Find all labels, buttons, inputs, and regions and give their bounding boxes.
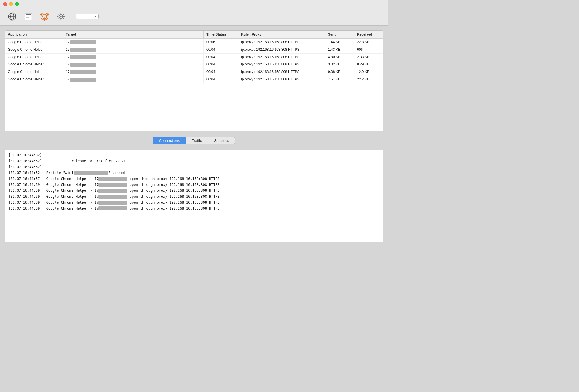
proxies-icon xyxy=(7,11,17,22)
profile-dropdown[interactable]: ▼ xyxy=(76,14,99,19)
cell-rule-proxy: ip.proxy : 192.168.16.158:808 HTTPS xyxy=(238,76,325,83)
cell-received: 606 xyxy=(354,46,383,53)
svg-rect-26 xyxy=(58,18,59,19)
log-timestamp: [01.07 16:44:37] xyxy=(8,176,42,182)
table-row[interactable]: Google Chrome Helper1700:06ip.proxy : 19… xyxy=(5,39,383,46)
cell-application: Google Chrome Helper xyxy=(5,68,63,76)
log-message: Google Chrome Helper - 17 open through p… xyxy=(46,206,220,211)
log-line: [01.07 16:44:39] Google Chrome Helper - … xyxy=(8,188,380,193)
connections-table-panel: Application Target Time/Status Rule : Pr… xyxy=(5,30,383,131)
table-row[interactable]: Google Chrome Helper1700:04ip.proxy : 19… xyxy=(5,46,383,54)
svg-rect-27 xyxy=(63,18,64,19)
cell-application: Google Chrome Helper xyxy=(5,76,63,83)
cell-sent: 1.43 KB xyxy=(325,46,354,53)
cell-received: 22.2 KB xyxy=(354,76,383,83)
table-row[interactable]: Google Chrome Helper1700:04ip.proxy : 19… xyxy=(5,76,383,83)
log-panel: [01.07 16:44:32] [01.07 16:44:32] Welcom… xyxy=(5,150,383,242)
log-line: [01.07 16:44:39] Google Chrome Helper - … xyxy=(8,206,380,211)
maximize-button[interactable] xyxy=(15,2,19,6)
cell-target: 17 xyxy=(63,46,204,53)
cell-target: 17 xyxy=(63,68,204,76)
toolbar: ▼ xyxy=(0,8,388,26)
log-timestamp: [01.07 16:44:32] xyxy=(8,170,42,176)
traffic-lights xyxy=(3,2,19,6)
cell-time: 00:06 xyxy=(204,39,238,46)
close-button[interactable] xyxy=(3,2,7,6)
cell-sent: 3.32 KB xyxy=(325,61,354,68)
cell-time: 00:04 xyxy=(204,46,238,53)
log-line: [01.07 16:44:39] Google Chrome Helper - … xyxy=(8,182,380,188)
cell-rule-proxy: ip.proxy : 192.168.16.158:808 HTTPS xyxy=(238,39,325,46)
rules-button[interactable] xyxy=(21,10,36,24)
col-header-rule-proxy: Rule : Proxy xyxy=(238,31,325,38)
svg-rect-24 xyxy=(58,13,59,15)
svg-rect-21 xyxy=(61,19,61,20)
profiles-section: ▼ xyxy=(76,14,99,20)
cell-target: 17 xyxy=(63,61,204,68)
svg-point-14 xyxy=(43,19,45,21)
cell-received: 12.9 KB xyxy=(354,68,383,76)
col-header-application: Application xyxy=(5,31,63,38)
proxies-button[interactable] xyxy=(5,10,20,24)
log-timestamp: [01.07 16:44:39] xyxy=(8,194,42,199)
log-timestamp: [01.07 16:44:39] xyxy=(8,199,42,205)
cell-received: 8.29 KB xyxy=(354,61,383,68)
dropdown-arrow-icon: ▼ xyxy=(94,15,97,18)
svg-point-19 xyxy=(60,16,61,17)
log-line: [01.07 16:44:37] Google Chrome Helper - … xyxy=(8,176,380,182)
col-header-received: Received xyxy=(354,31,383,38)
log-timestamp: [01.07 16:44:39] xyxy=(8,206,42,211)
svg-point-13 xyxy=(47,13,49,15)
cell-rule-proxy: ip.proxy : 192.168.16.158:808 HTTPS xyxy=(238,68,325,76)
main-content: Application Target Time/Status Rule : Pr… xyxy=(0,26,388,247)
cell-sent: 1.44 KB xyxy=(325,39,354,46)
log-line: [01.07 16:44:32] xyxy=(8,152,380,158)
tabs-bar: Connections Traffic Statistics xyxy=(5,135,383,146)
cell-time: 00:04 xyxy=(204,54,238,61)
log-line: [01.07 16:44:39] Google Chrome Helper - … xyxy=(8,194,380,199)
cell-sent: 4.80 KB xyxy=(325,54,354,61)
tab-connections[interactable]: Connections xyxy=(153,137,186,144)
log-line: [01.07 16:44:39] Google Chrome Helper - … xyxy=(8,199,380,205)
log-timestamp: [01.07 16:44:39] xyxy=(8,182,42,188)
log-timestamp: [01.07 16:44:32] xyxy=(8,158,42,164)
col-header-target: Target xyxy=(63,31,204,38)
minimize-button[interactable] xyxy=(9,2,13,6)
log-message: Google Chrome Helper - 17 open through p… xyxy=(46,199,220,205)
log-message: Profile "win1" loaded. xyxy=(46,170,127,176)
table-row[interactable]: Google Chrome Helper1700:04ip.proxy : 19… xyxy=(5,54,383,61)
log-timestamp: [01.07 16:44:32] xyxy=(8,152,42,158)
log-message: Welcome to Proxifier v2.21 xyxy=(46,158,126,164)
svg-point-12 xyxy=(40,13,42,15)
cell-time: 00:04 xyxy=(204,68,238,76)
table-header: Application Target Time/Status Rule : Pr… xyxy=(5,31,383,39)
dns-button[interactable] xyxy=(37,10,52,24)
svg-rect-20 xyxy=(61,12,61,14)
cell-sent: 9.38 KB xyxy=(325,68,354,76)
cell-application: Google Chrome Helper xyxy=(5,54,63,61)
cell-time: 00:04 xyxy=(204,61,238,68)
log-message: Google Chrome Helper - 17 open through p… xyxy=(46,182,220,188)
cell-received: 2.33 KB xyxy=(354,54,383,61)
cell-rule-proxy: ip.proxy : 192.168.16.158:808 HTTPS xyxy=(238,46,325,53)
tab-statistics[interactable]: Statistics xyxy=(208,137,235,144)
svg-rect-25 xyxy=(63,13,64,15)
tab-traffic[interactable]: Traffic xyxy=(186,137,208,144)
log-line: [01.07 16:44:32] Welcome to Proxifier v2… xyxy=(8,158,380,164)
advanced-button[interactable] xyxy=(53,10,68,24)
rules-icon xyxy=(23,11,34,22)
cell-application: Google Chrome Helper xyxy=(5,61,63,68)
log-line: [01.07 16:44:32] Profile "win1" loaded. xyxy=(8,170,380,176)
table-row[interactable]: Google Chrome Helper1700:04ip.proxy : 19… xyxy=(5,61,383,68)
cell-target: 17 xyxy=(63,54,204,61)
log-timestamp: [01.07 16:44:32] xyxy=(8,164,42,170)
toolbar-separator xyxy=(71,10,71,24)
cell-target: 17 xyxy=(63,39,204,46)
table-body: Google Chrome Helper1700:06ip.proxy : 19… xyxy=(5,39,383,131)
svg-rect-23 xyxy=(63,16,65,17)
table-row[interactable]: Google Chrome Helper1700:04ip.proxy : 19… xyxy=(5,68,383,76)
svg-rect-9 xyxy=(25,13,32,14)
cell-sent: 7.57 KB xyxy=(325,76,354,83)
svg-rect-22 xyxy=(57,16,58,17)
log-line: [01.07 16:44:32] xyxy=(8,164,380,170)
